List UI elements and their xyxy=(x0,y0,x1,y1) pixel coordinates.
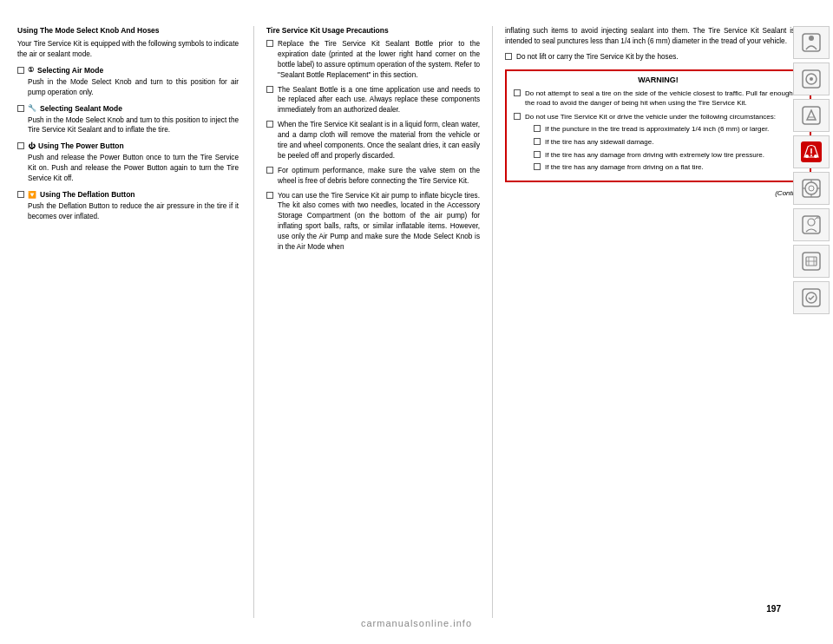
deflation-button-checkbox xyxy=(17,191,24,198)
svg-point-11 xyxy=(810,154,812,156)
precaution-5: You can use the Tire Service Kit air pum… xyxy=(266,191,480,253)
side-icon-4 xyxy=(793,135,830,168)
precaution-4: For optimum performance, make sure the v… xyxy=(266,166,480,187)
warning-2-checkbox xyxy=(514,113,521,120)
air-mode-icon: ① xyxy=(28,66,34,74)
left-column-intro: Your Tire Service Kit is equipped with t… xyxy=(17,39,239,60)
side-icon-2 xyxy=(793,62,830,95)
air-mode-checkbox xyxy=(17,67,24,74)
side-icon-7 xyxy=(793,245,830,278)
precaution-5-checkbox xyxy=(266,192,273,199)
content-area: Using The Mode Select Knob And Hoses You… xyxy=(0,0,833,644)
power-button-title: Using The Power Button xyxy=(38,141,124,150)
precaution-3-checkbox xyxy=(266,121,273,128)
deflation-button-header: 🔽 Using The Deflation Button xyxy=(17,190,239,199)
sub-1-checkbox xyxy=(534,125,541,132)
divider-right xyxy=(492,26,493,618)
left-column-title: Using The Mode Select Knob And Hoses xyxy=(17,26,239,35)
sub-4-text: If the tire has any damage from driving … xyxy=(545,162,803,173)
sub-bullet-1: If the puncture in the tire tread is app… xyxy=(534,124,803,135)
precaution-2-text: The Sealant Bottle is a one time applica… xyxy=(278,85,480,116)
side-icon-8-svg xyxy=(799,286,823,310)
side-icons xyxy=(790,26,833,314)
warning-bullet-2: Do not use Tire Service Kit or drive the… xyxy=(514,112,803,173)
right-intro-text: inflating such items to avoid injecting … xyxy=(505,26,811,47)
deflation-button-title: Using The Deflation Button xyxy=(40,190,135,199)
side-icon-3-svg xyxy=(799,103,823,128)
sub-3-checkbox xyxy=(534,151,541,158)
air-mode-section: ① Selecting Air Mode Push in the Mode Se… xyxy=(17,66,239,98)
left-column: Using The Mode Select Knob And Hoses You… xyxy=(17,26,252,618)
power-button-checkbox xyxy=(17,142,24,149)
sealant-mode-checkbox xyxy=(17,105,24,112)
sub-2-text: If the tire has any sidewall damage. xyxy=(545,137,803,148)
power-button-header: ⏻ Using The Power Button xyxy=(17,141,239,150)
warning-1-text: Do not attempt to seal a tire on the sid… xyxy=(525,89,803,108)
side-icon-7-svg xyxy=(799,249,823,273)
sealant-mode-icon: 🔧 xyxy=(28,104,36,112)
sealant-mode-title: Selecting Sealant Mode xyxy=(40,104,122,113)
deflation-button-section: 🔽 Using The Deflation Button Push the De… xyxy=(17,190,239,222)
precaution-1: Replace the Tire Service Kit Sealant Bot… xyxy=(266,39,480,81)
air-mode-title: Selecting Air Mode xyxy=(37,66,103,75)
side-icon-5-svg xyxy=(799,176,823,200)
svg-point-4 xyxy=(810,77,813,81)
air-mode-header: ① Selecting Air Mode xyxy=(17,66,239,75)
precaution-1-text: Replace the Tire Service Kit Sealant Bot… xyxy=(278,39,480,81)
page-number: 197 xyxy=(766,604,781,614)
precaution-3-text: When the Tire Service Kit sealant is in … xyxy=(278,120,480,161)
svg-point-13 xyxy=(805,182,817,194)
sub-bullet-3: If the tire has any damage from driving … xyxy=(534,150,803,161)
precaution-5-text: You can use the Tire Service Kit air pum… xyxy=(278,191,480,253)
side-icon-1-svg xyxy=(799,30,823,55)
warning-title: WARNING! xyxy=(514,76,803,84)
svg-point-9 xyxy=(814,154,817,158)
warning-1-checkbox xyxy=(514,89,521,96)
precaution-3: When the Tire Service Kit sealant is in … xyxy=(266,120,480,161)
sealant-mode-body: Push in the Mode Select Knob and turn to… xyxy=(28,115,239,136)
side-icon-4-svg xyxy=(799,140,823,164)
svg-point-8 xyxy=(805,154,809,158)
deflation-button-icon: 🔽 xyxy=(28,191,36,199)
deflation-button-body: Push the Deflation Button to reduce the … xyxy=(28,201,239,222)
sub-3-text: If the tire has any damage from driving … xyxy=(545,150,803,161)
right-column: inflating such items to avoid injecting … xyxy=(495,26,816,618)
side-icon-5 xyxy=(793,172,830,205)
warning-2-text: Do not use Tire Service Kit or drive the… xyxy=(525,113,776,121)
air-mode-body: Push in the Mode Select Knob and turn to… xyxy=(28,77,239,98)
divider-left xyxy=(253,26,254,618)
precaution-4-checkbox xyxy=(266,167,273,174)
no-lift-text: Do not lift or carry the Tire Service Ki… xyxy=(516,52,811,62)
side-icon-2-svg xyxy=(799,67,823,91)
warning-box: WARNING! Do not attempt to seal a tire o… xyxy=(505,69,811,182)
sub-bullet-4: If the tire has any damage from driving … xyxy=(534,162,803,173)
side-icon-6 xyxy=(793,208,830,241)
sealant-mode-section: 🔧 Selecting Sealant Mode Push in the Mod… xyxy=(17,104,239,136)
sub-1-text: If the puncture in the tire tread is app… xyxy=(545,124,803,135)
no-lift-checkbox xyxy=(505,53,512,60)
page: Using The Mode Select Knob And Hoses You… xyxy=(0,0,833,644)
watermark: carmanualsonline.info xyxy=(361,618,472,628)
power-button-icon: ⏻ xyxy=(28,142,35,150)
power-button-body: Push and release the Power Button once t… xyxy=(28,153,239,184)
svg-point-20 xyxy=(808,219,815,226)
warning-2-content: Do not use Tire Service Kit or drive the… xyxy=(525,112,803,173)
continued-text: (Continued) xyxy=(505,189,811,197)
precaution-2: The Sealant Bottle is a one time applica… xyxy=(266,85,480,116)
precaution-2-checkbox xyxy=(266,86,273,93)
svg-point-1 xyxy=(809,36,814,41)
middle-column-title: Tire Service Kit Usage Precautions xyxy=(266,26,480,35)
side-icon-3 xyxy=(793,99,830,132)
sub-bullet-2: If the tire has any sidewall damage. xyxy=(534,137,803,148)
power-button-section: ⏻ Using The Power Button Push and releas… xyxy=(17,141,239,184)
side-icon-1 xyxy=(793,26,830,59)
svg-point-14 xyxy=(809,186,814,191)
no-lift-bullet: Do not lift or carry the Tire Service Ki… xyxy=(505,52,811,62)
side-icon-8 xyxy=(793,281,830,314)
side-icon-6-svg xyxy=(799,213,823,237)
sub-4-checkbox xyxy=(534,163,541,170)
precaution-4-text: For optimum performance, make sure the v… xyxy=(278,166,480,187)
middle-column: Tire Service Kit Usage Precautions Repla… xyxy=(256,26,490,618)
precaution-1-checkbox xyxy=(266,40,273,47)
warning-bullet-1: Do not attempt to seal a tire on the sid… xyxy=(514,89,803,108)
